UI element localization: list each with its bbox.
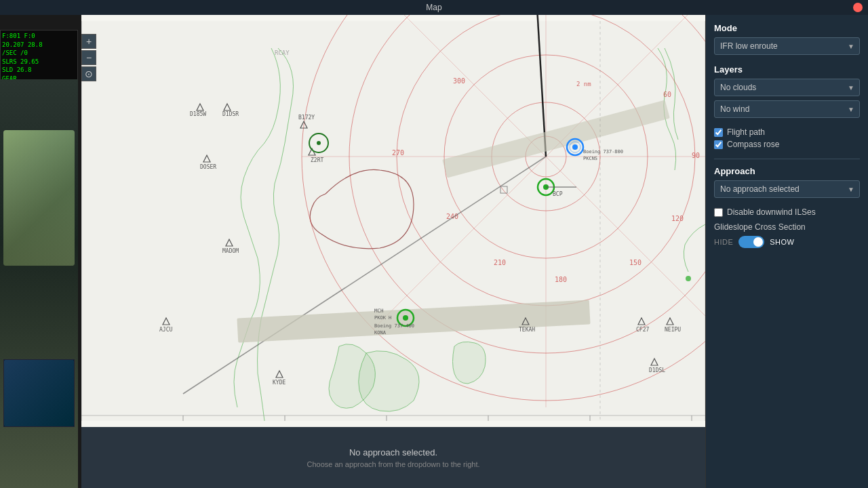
- clouds-dropdown[interactable]: No clouds Few clouds Scattered Overcast: [714, 79, 860, 96]
- approach-label: Approach: [714, 166, 860, 176]
- zoom-out-button[interactable]: −: [81, 50, 96, 65]
- label-TEKAH: TEKAH: [519, 327, 535, 333]
- layers-label: Layers: [714, 64, 860, 75]
- map-controls: + − ⊙: [81, 34, 96, 81]
- label-blue-aircraft: Boeing 737-800: [583, 149, 623, 155]
- flight-path-row: Flight path: [714, 127, 860, 137]
- label-KONA: KONA: [374, 330, 387, 336]
- right-panel: Mode IFR low enroute IFR high enroute VF…: [705, 15, 868, 488]
- aircraft-blue-dot: [572, 144, 578, 150]
- glideslope-label: Glideslope Cross Section: [714, 222, 860, 232]
- cockpit-panel: F:801 F:0 20.207 28.8 /SEC /0 SLRS 29.65…: [0, 15, 81, 488]
- compass-label-180: 180: [555, 276, 567, 283]
- center-button[interactable]: ⊙: [81, 66, 96, 81]
- disable-ils-row: Disable downwind ILSes: [714, 207, 860, 217]
- compass-label-90: 90: [692, 152, 700, 159]
- compass-label-2nm: 2 nm: [576, 81, 591, 87]
- flight-path-checkbox[interactable]: [714, 128, 723, 137]
- label-D1DSL: D1DSL: [649, 367, 665, 373]
- approach-section: Approach No approach selected ▼: [714, 166, 860, 198]
- label-CF27: CF27: [636, 327, 649, 333]
- mode-label: Mode: [714, 23, 860, 33]
- aircraft-runway-dot: [403, 315, 408, 321]
- label-Z2RT: Z2RT: [311, 157, 323, 163]
- compass-label-120: 120: [671, 215, 684, 222]
- divider1: [714, 159, 860, 159]
- compass-label-150: 150: [629, 259, 642, 266]
- label-KOKH: PKOK H: [374, 315, 391, 321]
- window-title: Map: [426, 3, 441, 12]
- clouds-dropdown-wrap: No clouds Few clouds Scattered Overcast …: [714, 79, 860, 96]
- disable-ils-label: Disable downwind ILSes: [727, 207, 816, 217]
- compass-label-270: 270: [392, 149, 404, 157]
- wind-dropdown[interactable]: No wind Light wind Moderate wind Strong …: [714, 100, 860, 118]
- label-D1DSR: D1DSR: [222, 111, 239, 117]
- glideslope-toggle[interactable]: [738, 236, 764, 248]
- zoom-in-button[interactable]: +: [81, 34, 96, 49]
- toggle-row: HIDE SHOW: [714, 236, 860, 248]
- label-KYDE: KYDE: [273, 380, 285, 386]
- bottom-bar: No approach selected. Choose an approach…: [81, 427, 705, 488]
- toggle-show-label: SHOW: [770, 238, 794, 246]
- compass-label-210: 210: [494, 259, 506, 266]
- label-blue-2: PKCNS: [583, 156, 597, 161]
- wind-dropdown-wrap: No wind Light wind Moderate wind Strong …: [714, 100, 860, 118]
- toggle-slider: [738, 236, 764, 248]
- label-BCP: BCP: [553, 191, 563, 197]
- label-MADOM: MADOM: [222, 248, 239, 254]
- compass-label-60: 60: [663, 91, 671, 98]
- compass-label-240: 240: [446, 213, 458, 220]
- cockpit-window: [3, 130, 75, 266]
- label-DOSER: DOSER: [200, 164, 216, 170]
- titlebar: Map: [0, 0, 868, 15]
- airport-dot-main: [317, 141, 321, 145]
- mode-dropdown[interactable]: IFR low enroute IFR high enroute VFR sec…: [714, 37, 860, 55]
- label-B172Y: B172Y: [298, 115, 315, 121]
- label-AJCU: AJCU: [159, 327, 172, 333]
- close-button[interactable]: [853, 3, 863, 12]
- approach-dropdown[interactable]: No approach selected: [714, 180, 860, 198]
- mode-dropdown-wrap: IFR low enroute IFR high enroute VFR sec…: [714, 37, 860, 55]
- toggle-hide-label: HIDE: [714, 238, 733, 246]
- layers-section: Layers No clouds Few clouds Scattered Ov…: [714, 64, 860, 118]
- map-svg: 300 270 240 210 180 150 120 90 60 2 nm D…: [81, 15, 705, 427]
- label-RCAY: RCAY: [275, 49, 290, 56]
- flight-path-label: Flight path: [727, 127, 765, 137]
- label-D185W: D185W: [190, 111, 206, 117]
- disable-ils-checkbox[interactable]: [714, 208, 723, 217]
- label-NEIPU: NEIPU: [665, 327, 681, 333]
- bottom-status-main: No approach selected.: [349, 447, 437, 458]
- label-737: Boeing 737-400: [374, 323, 414, 329]
- compass-rose-row: Compass rose: [714, 140, 860, 149]
- mfd-display: [3, 359, 75, 427]
- bottom-status-sub: Choose an approach from the dropdown to …: [307, 460, 480, 468]
- compass-rose-checkbox[interactable]: [714, 140, 723, 149]
- approach-dropdown-wrap: No approach selected ▼: [714, 180, 860, 198]
- nav-point: [686, 276, 691, 281]
- glideslope-section: Glideslope Cross Section HIDE SHOW: [714, 222, 860, 248]
- compass-rose-label: Compass rose: [727, 140, 779, 149]
- compass-label-300: 300: [453, 77, 465, 85]
- mode-section: Mode IFR low enroute IFR high enroute VF…: [714, 23, 860, 55]
- map-area[interactable]: 300 270 240 210 180 150 120 90 60 2 nm D…: [81, 15, 705, 427]
- label-MCH: MCH: [374, 308, 384, 314]
- overlays-section: Flight path Compass rose: [714, 127, 860, 149]
